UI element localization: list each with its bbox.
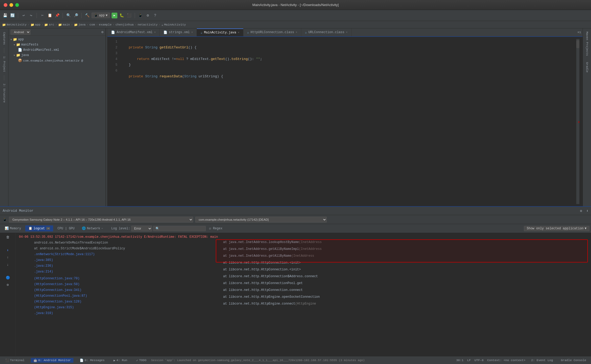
breadcrumb-netactivity[interactable]: 📁 NetActivity: [2, 23, 27, 27]
log-filter-button[interactable]: 🔵: [5, 275, 11, 281]
breadcrumb-example[interactable]: example: [99, 23, 112, 26]
maximize-button[interactable]: [15, 3, 19, 7]
tree-item-package[interactable]: 📦 com.example.chenjinhua.netactiv @: [8, 58, 106, 63]
right-panel-tabs: Maven Projects Gradle: [583, 28, 591, 206]
tree-item-java[interactable]: ▼ 📁 java: [8, 53, 106, 58]
messages-icon: 📄: [80, 358, 83, 362]
tab-urlconnection[interactable]: ☕ URLConnection.class ×: [301, 28, 352, 36]
device-selector[interactable]: Genymotion Samsung Galaxy Note 2 – 4.1.1…: [9, 217, 193, 223]
status-terminal[interactable]: ⬛ Terminal: [3, 358, 27, 363]
minimize-button[interactable]: [9, 3, 13, 7]
show-selected-app-button[interactable]: Show only selected application ▼: [524, 226, 589, 231]
breadcrumb-mainactivity[interactable]: ☕ MainActivity: [162, 23, 186, 27]
monitor-tab-network[interactable]: 🌐 Network →: [79, 225, 106, 231]
copy-icon[interactable]: 📋: [47, 13, 53, 18]
cut-icon[interactable]: ✂: [39, 13, 45, 18]
log-level-select[interactable]: Error Verbose Debug Info Warning Error A…: [131, 226, 152, 231]
app-config-dropdown-icon: ▼: [106, 14, 108, 17]
log-clear-button[interactable]: 🗑: [5, 234, 11, 240]
close-androidmanifest-tab[interactable]: ×: [154, 31, 156, 34]
tab-strings[interactable]: 📄 strings.xml ×: [160, 28, 197, 36]
log-line-java310[interactable]: .java:310): [16, 310, 591, 316]
code-content-area[interactable]: 1 2 3 4 5 6 private String getEditTextUr…: [107, 37, 583, 206]
log-at-libcore-address: at libcore.net.http.HttpConnection$Addre…: [221, 273, 586, 280]
close-httpurl-tab[interactable]: ×: [296, 31, 297, 34]
structure-panel[interactable]: 2: Structure: [2, 82, 6, 104]
status-run[interactable]: ▶ 4: Run: [111, 358, 130, 363]
editor-scrollbar[interactable]: [576, 39, 579, 204]
status-bar: ⬛ Terminal 🤖 6: Android Monitor 📄 0: Mes…: [0, 356, 591, 364]
log-up-button[interactable]: ↑: [5, 254, 11, 261]
tree-item-app[interactable]: ▼ 📁 app: [8, 37, 106, 42]
toolbar-sep-5: [135, 13, 135, 18]
breadcrumb: 📁 NetActivity › 📁 app › 📁 src › 📁 main ›…: [0, 21, 591, 28]
android-view-selector[interactable]: Android: [11, 29, 31, 35]
tab-androidmanifest[interactable]: 📄 AndroidManifest.xml ×: [107, 28, 160, 36]
stop-icon[interactable]: ⬛: [126, 13, 132, 18]
tab-httpurlconnection[interactable]: ☕ HttpURLConnection.class ×: [243, 28, 301, 36]
breadcrumb-main[interactable]: 📁 main: [58, 23, 70, 27]
log-at-libcore-opensocket: at libcore.net.http.HttpEngine.openSocke…: [221, 294, 586, 300]
avd-icon[interactable]: 📱: [138, 13, 143, 18]
gradle-panel[interactable]: Gradle: [584, 59, 590, 76]
status-gradle-console[interactable]: Gradle Console: [559, 358, 588, 362]
sdk-icon[interactable]: ⚙: [145, 13, 151, 18]
tree-item-manifests[interactable]: ▼ 📁 manifests: [8, 42, 106, 47]
process-selector[interactable]: com.example.chenjinhua.netactivity (1714…: [195, 217, 327, 223]
network-icon: 🌐: [82, 226, 86, 230]
log-scroll-end-button[interactable]: ⬇: [5, 247, 11, 254]
window-controls[interactable]: [4, 3, 19, 7]
sync-icon[interactable]: 🔄: [9, 13, 15, 18]
monitor-tab-cpu-gpu[interactable]: CPU | GPU: [54, 226, 78, 231]
tab-mainactivity[interactable]: ☕ MainActivity.java ×: [197, 28, 243, 36]
breadcrumb-chenjinhua[interactable]: chenjinhua: [116, 23, 134, 26]
breadcrumb-com[interactable]: com: [89, 23, 95, 26]
undo-icon[interactable]: ↩: [21, 13, 27, 18]
monitor-header: Android Monitor ⚙ ⬇: [0, 207, 591, 215]
app-run-config[interactable]: 📱 app ▼: [92, 13, 110, 18]
folder-icon-app: 📁: [31, 23, 34, 27]
maven-projects-panel[interactable]: Maven Projects: [584, 28, 590, 59]
tree-settings-icon[interactable]: ⚙: [101, 30, 103, 34]
breadcrumb-src[interactable]: 📁 src: [44, 23, 54, 27]
help-icon[interactable]: ?: [152, 13, 158, 18]
code-text[interactable]: private String getEditTextUrl() { return…: [121, 39, 576, 204]
breadcrumb-java[interactable]: 📁 java: [74, 23, 86, 27]
search-icon[interactable]: 🔍: [66, 13, 71, 18]
debug-icon[interactable]: 🐛: [119, 13, 125, 18]
project-panel[interactable]: 1: Project: [2, 55, 6, 74]
captures-panel[interactable]: Captures: [2, 31, 6, 46]
close-urlconn-tab[interactable]: ×: [346, 31, 348, 34]
build-icon[interactable]: 🔨: [84, 13, 90, 18]
save-icon[interactable]: 💾: [2, 13, 8, 18]
paste-icon[interactable]: 📌: [54, 13, 60, 18]
monitor-download-icon[interactable]: ⬇: [586, 209, 588, 213]
replace-icon[interactable]: 🔎: [73, 13, 79, 18]
breadcrumb-netactivity2[interactable]: netactivity: [138, 23, 158, 26]
status-messages[interactable]: 📄 0: Messages: [77, 358, 107, 363]
device-bar: 📱 Genymotion Samsung Galaxy Note 2 – 4.1…: [0, 215, 591, 224]
monitor-tab-logcat[interactable]: 📋 logcat →: [25, 225, 53, 231]
redo-icon[interactable]: ↪: [28, 13, 34, 18]
monitor-gear-icon[interactable]: ⚙: [580, 209, 582, 213]
status-android-monitor[interactable]: 🤖 6: Android Monitor: [31, 358, 73, 363]
status-todo[interactable]: ✓ TODO: [134, 358, 149, 363]
folder-icon-main: 📁: [58, 23, 62, 27]
run-button[interactable]: ▶: [112, 13, 117, 18]
log-down-button[interactable]: ↓: [5, 261, 11, 268]
monitor-tab-memory[interactable]: 📊 Memory: [2, 225, 24, 231]
panel-sep2: [4, 75, 4, 80]
close-button[interactable]: [4, 3, 7, 7]
log-content[interactable]: 04-06 13:52:35.692 17142-17142/com.examp…: [16, 233, 591, 356]
status-event-log[interactable]: 2: Event Log: [529, 358, 555, 362]
breadcrumb-app[interactable]: 📁 app: [31, 23, 41, 27]
log-search-input[interactable]: [153, 226, 206, 231]
log-settings-icon[interactable]: ⚙: [5, 282, 11, 288]
close-mainactivity-tab[interactable]: ×: [238, 31, 239, 34]
regex-checkbox[interactable]: ☑ Regex: [207, 226, 225, 231]
tabs-overflow-icon[interactable]: ≡1: [578, 31, 581, 34]
tabs-right-controls: ≡1: [578, 28, 583, 36]
tree-item-androidmanifest[interactable]: 📄 AndroidManifest.xml: [8, 47, 106, 53]
toolbar-sep-2: [37, 13, 37, 18]
close-strings-tab[interactable]: ×: [191, 31, 193, 34]
